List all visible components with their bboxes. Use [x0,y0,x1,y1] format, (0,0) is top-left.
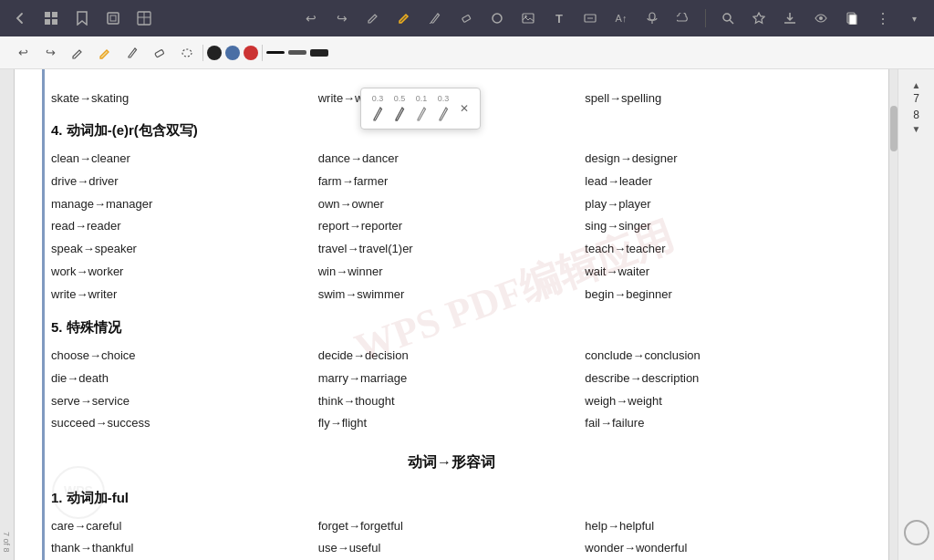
download-button[interactable] [777,5,803,31]
undo-button[interactable]: ↩ [298,5,324,31]
color-blue[interactable] [225,46,240,60]
more-button[interactable]: ⋮ [870,5,896,31]
pages-button[interactable] [839,5,865,31]
document-area[interactable]: skate→skating write→writing spell→spelli… [15,69,888,560]
svg-rect-3 [52,19,57,25]
word-succeed: succeed→success [51,412,318,435]
eye-button[interactable] [808,5,834,31]
ful-col1: care→careful thank→thankful [51,515,318,560]
circle-button[interactable] [904,520,929,545]
word-weigh: weigh→weight [585,390,852,413]
pen-option-3[interactable]: 0.1 [414,94,429,123]
search-button[interactable] [715,5,741,31]
word-choose: choose→choice [51,345,318,368]
word-serve: serve→service [51,390,318,413]
word-lead: lead→leader [585,171,852,193]
redo-button[interactable]: ↪ [329,5,355,31]
line-medium[interactable] [288,50,306,55]
pen-option-1[interactable]: 0.3 [370,94,385,123]
word-marry: marry→marriage [318,368,586,390]
color-red[interactable] [244,46,258,60]
svg-point-11 [493,14,502,23]
nav-up-arrow[interactable]: ▲ [912,80,921,90]
verb-adj-title: 动词→形容词 [51,450,852,476]
word-use: use→useful [318,537,586,560]
scrollbar-thumb[interactable] [890,106,898,151]
scrollbar-track[interactable] [888,69,898,560]
word-manage: manage→manager [51,193,318,216]
undo-sec-button[interactable]: ↩ [11,41,35,65]
svg-rect-10 [462,15,471,22]
highlighter-button[interactable] [391,5,417,31]
word-describe: describe→description [585,368,852,390]
image-button[interactable] [515,5,541,31]
svg-rect-24 [155,49,164,57]
left-sidebar: 7 of 8 [0,69,15,560]
document-content: skate→skating write→writing spell→spelli… [51,88,852,560]
section4-words: clean→cleaner drive→driver manage→manage… [51,148,852,306]
expand-icon[interactable] [100,5,126,31]
word-sing: sing→singer [585,215,852,238]
bookmark-icon[interactable] [69,5,95,31]
ful-col3: help→helpful wonder→wonderful [585,515,852,560]
mic-button[interactable] [639,5,665,31]
word-travel: travel→travel(1)er [318,238,586,261]
top-toolbar: ↩ ↪ T A↑ ⋮ ▾ [0,0,934,36]
svg-rect-16 [649,13,655,20]
section4-col2: dance→dancer farm→farmer own→owner repor… [318,148,586,306]
word-fly: fly→flight [318,412,586,435]
word-think: think→thought [318,390,586,413]
word-farm: farm→farmer [318,171,586,193]
svg-point-25 [182,49,192,57]
word-decide: decide→decision [318,345,586,368]
pencil-button[interactable] [360,5,386,31]
svg-rect-23 [849,15,856,25]
shape-button[interactable] [484,5,510,31]
back-button[interactable] [7,5,33,31]
section5-title: 5. 特殊情况 [51,315,852,339]
nav-down-arrow[interactable]: ▼ [912,124,921,134]
redo-sec-button[interactable]: ↪ [38,41,62,65]
lasso-button[interactable] [175,41,199,65]
eraser-sec-button[interactable] [148,41,171,65]
popup-close-button[interactable]: ✕ [458,100,471,117]
draw-button[interactable] [66,41,89,65]
texta-button[interactable]: A↑ [608,5,634,31]
top-word-right: spell→spelling [585,88,852,109]
word-win: win→winner [318,261,586,284]
right-sidebar: ▲ 7 8 ▼ [898,69,934,560]
svg-rect-4 [108,13,119,24]
word-help: help→helpful [585,515,852,538]
text-button[interactable]: T [546,5,572,31]
word-drive: drive→driver [51,171,318,193]
section4-col1: clean→cleaner drive→driver manage→manage… [51,148,318,306]
star-button[interactable] [746,5,772,31]
section5-col3: conclude→conclusion describe→description… [585,345,852,435]
section5-words: choose→choice die→death serve→service su… [51,345,852,435]
cloud-button[interactable] [670,5,696,31]
pen-button[interactable] [422,5,448,31]
color-black[interactable] [207,46,222,60]
word-clean: clean→cleaner [51,148,318,171]
grid-icon[interactable] [38,5,64,31]
word-play: play→player [585,193,852,216]
word-dance: dance→dancer [318,148,586,171]
line-thick[interactable] [310,49,328,57]
pen-option-4[interactable]: 0.3 [436,94,451,123]
svg-rect-5 [110,16,116,21]
pen-sec-button[interactable] [120,41,144,65]
textbox-button[interactable] [577,5,603,31]
word-wonder: wonder→wonderful [585,537,852,560]
pen-option-2[interactable]: 0.5 [392,94,407,123]
page-number: 7 of 8 [2,532,11,553]
layout-icon[interactable] [131,5,157,31]
highlight-sec-button[interactable] [93,41,117,65]
page-nav: ▲ 7 8 ▼ [912,80,921,134]
main-area: 7 of 8 skate→skating write→writing spell… [0,69,934,560]
word-work: work→worker [51,261,318,284]
eraser-button[interactable] [453,5,479,31]
dropdown-arrow[interactable]: ▾ [901,5,927,31]
svg-line-9 [430,22,431,24]
line-thin[interactable] [266,51,285,54]
word-teach: teach→teacher [585,238,852,261]
